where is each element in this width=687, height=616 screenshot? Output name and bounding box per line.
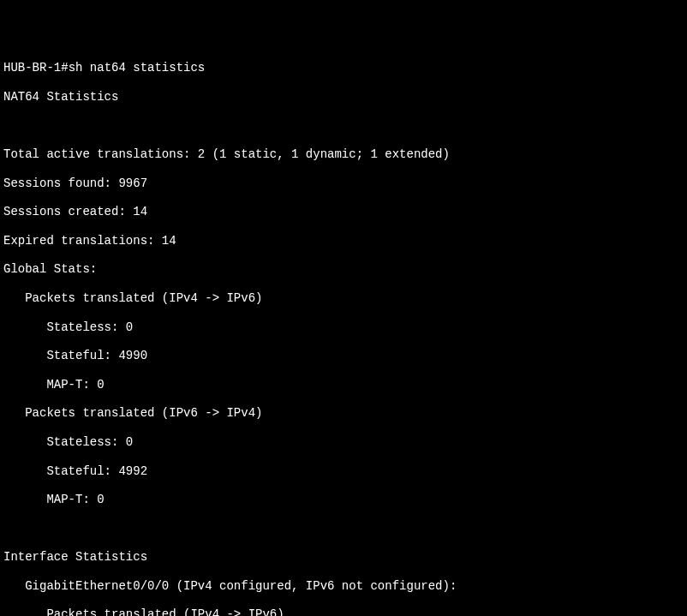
blank-line xyxy=(3,118,684,133)
command-line[interactable]: HUB-BR-1#sh nat64 statistics xyxy=(3,61,684,75)
global-v6v4-stateless: Stateless: 0 xyxy=(3,435,684,450)
active-translations: Total active translations: 2 (1 static, … xyxy=(3,147,684,162)
global-v4v6-header: Packets translated (IPv4 -> IPv6) xyxy=(3,291,684,306)
output-title: NAT64 Statistics xyxy=(3,90,684,105)
prompt: HUB-BR-1# xyxy=(3,61,69,75)
global-v6v4-stateful: Stateful: 4992 xyxy=(3,464,684,479)
expired-translations: Expired translations: 14 xyxy=(3,234,684,248)
iface0-v4v6-header: Packets translated (IPv4 -> IPv6) xyxy=(3,607,684,616)
blank-line xyxy=(3,522,684,536)
interface-stats-header: Interface Statistics xyxy=(3,550,684,565)
global-stats-header: Global Stats: xyxy=(3,262,684,277)
sessions-created: Sessions created: 14 xyxy=(3,205,684,219)
iface0-header: GigabitEthernet0/0/0 (IPv4 configured, I… xyxy=(3,579,684,594)
global-v4v6-mapt: MAP-T: 0 xyxy=(3,378,684,392)
global-v4v6-stateful: Stateful: 4990 xyxy=(3,349,684,363)
global-v4v6-stateless: Stateless: 0 xyxy=(3,320,684,335)
global-v6v4-header: Packets translated (IPv6 -> IPv4) xyxy=(3,406,684,421)
sessions-found: Sessions found: 9967 xyxy=(3,176,684,191)
global-v6v4-mapt: MAP-T: 0 xyxy=(3,493,684,507)
command-text: sh nat64 statistics xyxy=(69,61,206,75)
